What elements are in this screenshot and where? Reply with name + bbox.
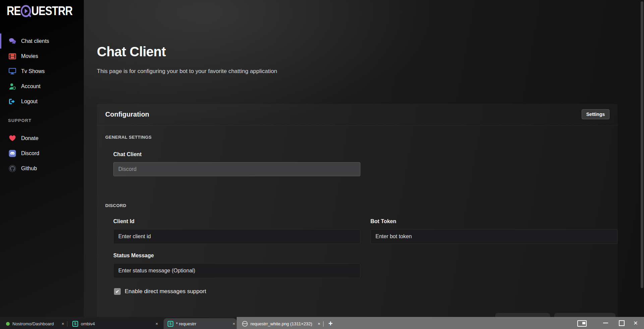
support-header: SUPPORT xyxy=(0,118,84,131)
minimize-icon xyxy=(603,323,608,323)
tab-title: requestrr_white.png (1311×232) xyxy=(250,321,313,326)
tab-divider xyxy=(323,321,324,327)
bot-token-input[interactable] xyxy=(370,229,618,244)
client-id-input[interactable] xyxy=(113,229,360,244)
general-settings-header: GENERAL SETTINGS xyxy=(105,135,152,140)
chat-client-label: Chat Client xyxy=(113,151,141,157)
sidebar-support-section: SUPPORT Donate Dis xyxy=(0,118,84,176)
tab-close-icon[interactable]: ✕ xyxy=(60,321,66,327)
page-title: Chat Client xyxy=(97,44,166,59)
sidebar-item-label: Tv Shows xyxy=(21,68,45,74)
maximize-button[interactable] xyxy=(615,317,628,329)
chat-client-input xyxy=(113,162,360,176)
tab-close-icon[interactable]: ✕ xyxy=(154,321,160,327)
sidebar-item-account[interactable]: Account xyxy=(0,79,84,94)
tab-title: * requestrr xyxy=(176,321,228,326)
tab-ombiv4[interactable]: S ombiv4 ✕ xyxy=(69,318,160,329)
close-button[interactable]: ✕ xyxy=(629,317,642,329)
tab-close-icon[interactable]: ✕ xyxy=(231,321,237,327)
film-icon xyxy=(8,53,17,59)
sidebar: RE UESTRR Chat clients xyxy=(0,0,84,329)
requestrr-logo: RE UESTRR xyxy=(7,4,72,18)
status-message-input[interactable] xyxy=(113,263,360,278)
tab-requestrr-active[interactable]: S * requestrr ✕ xyxy=(164,318,237,329)
tab-title: ombiv4 xyxy=(81,321,151,326)
logo-text-pre: RE xyxy=(7,4,21,18)
tab-requestrr-white-png[interactable]: requestrr_white.png (1311×232) ✕ xyxy=(239,318,322,329)
heart-icon xyxy=(8,135,17,141)
screen: RE UESTRR Chat clients xyxy=(0,0,644,329)
play-icon xyxy=(25,9,28,13)
sidebar-item-movies[interactable]: Movies xyxy=(0,49,84,64)
tab-divider xyxy=(67,321,67,327)
sidebar-item-discord[interactable]: Discord xyxy=(0,146,84,161)
bottom-tab-bar: Nostromo/Dashboard ✕ S ombiv4 ✕ S * requ… xyxy=(0,317,644,329)
scrollbar-thumb[interactable] xyxy=(641,1,643,288)
sidebar-item-label: Chat clients xyxy=(21,38,49,44)
dm-support-label: Enable direct messages support xyxy=(125,288,206,295)
active-indicator xyxy=(0,34,1,49)
tab-preview-icon[interactable] xyxy=(577,320,587,327)
sidebar-item-label: Movies xyxy=(21,53,38,59)
bot-token-label: Bot Token xyxy=(370,218,396,224)
dm-support-checkbox[interactable]: ✔ xyxy=(114,288,121,295)
tv-icon xyxy=(8,68,17,74)
sidebar-item-github[interactable]: Github xyxy=(0,161,84,176)
maximize-icon xyxy=(619,320,625,326)
tab-close-icon[interactable]: ✕ xyxy=(316,321,322,327)
sidebar-item-label: Logout xyxy=(21,98,38,105)
tab-nostromo-dashboard[interactable]: Nostromo/Dashboard ✕ xyxy=(2,318,66,329)
globe-favicon xyxy=(242,321,248,327)
discord-section-header: DISCORD xyxy=(105,203,126,208)
sidebar-item-label: Account xyxy=(21,83,41,89)
new-tab-button[interactable]: + xyxy=(326,319,335,328)
s-logo-favicon: S xyxy=(168,321,173,327)
dm-support-row: ✔ Enable direct messages support xyxy=(114,288,206,295)
chat-bubbles-icon xyxy=(8,38,17,45)
configuration-card: Configuration Settings GENERAL SETTINGS … xyxy=(97,104,618,318)
tab-title: Nostromo/Dashboard xyxy=(12,321,57,326)
sidebar-item-chat-clients[interactable]: Chat clients xyxy=(0,34,84,49)
page-subtitle: This page is for configuring your bot to… xyxy=(97,68,277,75)
sidebar-item-label: Donate xyxy=(21,135,39,141)
sidebar-item-donate[interactable]: Donate xyxy=(0,131,84,146)
main-content: Chat Client This page is for configuring… xyxy=(84,0,644,329)
close-icon: ✕ xyxy=(633,320,638,326)
sidebar-item-logout[interactable]: Logout xyxy=(0,94,84,109)
user-shield-icon xyxy=(8,83,17,90)
logo-q-icon xyxy=(21,5,31,17)
card-title: Configuration xyxy=(105,111,149,118)
status-message-label: Status Message xyxy=(113,253,154,259)
card-header: Configuration Settings xyxy=(97,104,618,126)
green-dot-favicon xyxy=(6,322,10,326)
minimize-button[interactable] xyxy=(599,317,612,329)
discord-icon xyxy=(8,150,17,157)
check-icon: ✔ xyxy=(115,289,119,294)
sidebar-item-label: Discord xyxy=(21,150,39,156)
s-logo-favicon: S xyxy=(72,321,78,327)
client-id-label: Client Id xyxy=(113,218,134,224)
sidebar-item-label: Github xyxy=(21,166,37,172)
github-icon xyxy=(8,165,17,172)
sign-out-icon xyxy=(8,98,17,105)
settings-button[interactable]: Settings xyxy=(582,109,609,119)
sidebar-nav: Chat clients Movies xyxy=(0,34,84,109)
logo-text-post: UESTRR xyxy=(31,4,72,18)
sidebar-item-tv-shows[interactable]: Tv Shows xyxy=(0,64,84,79)
